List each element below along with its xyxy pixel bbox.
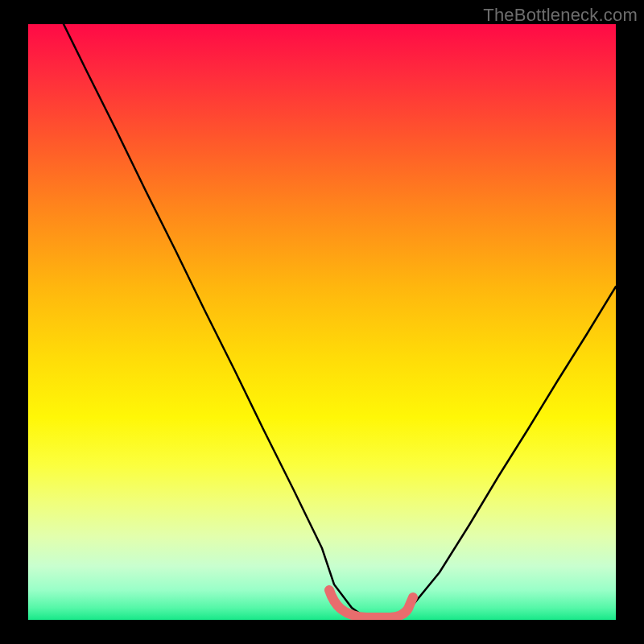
watermark-text: TheBottleneck.com [483, 5, 638, 26]
chart-svg [28, 24, 616, 620]
bottleneck-curve [64, 24, 616, 620]
chart-frame: TheBottleneck.com [0, 0, 644, 644]
chart-plot-area [28, 24, 616, 620]
